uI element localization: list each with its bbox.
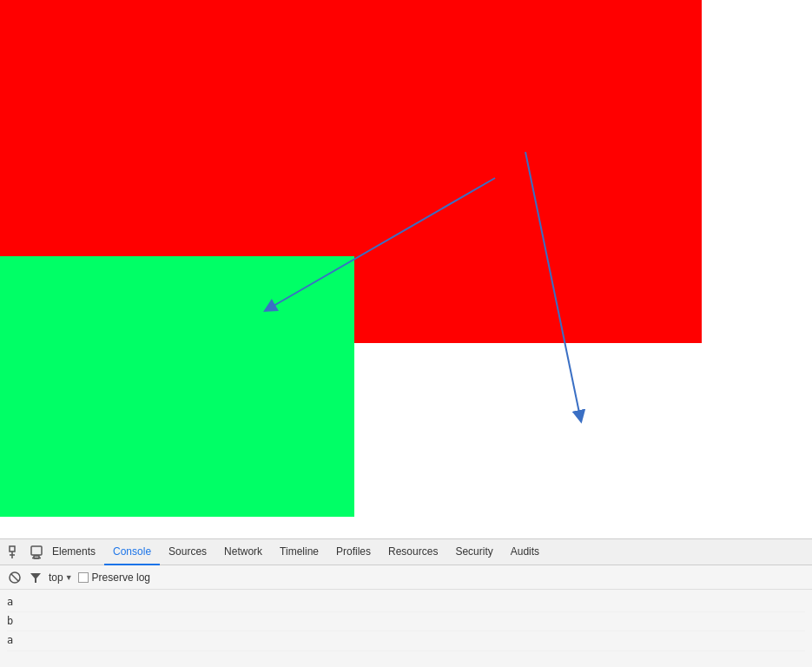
svg-marker-10 (30, 573, 41, 583)
preserve-log-label: Preserve log (92, 571, 150, 584)
clear-console-icon[interactable] (7, 570, 23, 585)
devtools-tab-bar: Elements Console Sources Network Timelin… (0, 539, 812, 565)
devtools-icon-bar (0, 539, 45, 565)
main-viewport (0, 0, 812, 538)
console-line-1: a (7, 593, 805, 612)
preserve-log-wrap: Preserve log (78, 571, 150, 584)
console-line-3-text: a (7, 632, 13, 649)
console-line-2-text: b (7, 613, 13, 630)
inspect-icon[interactable] (7, 544, 24, 561)
tab-sources[interactable]: Sources (160, 539, 215, 565)
console-line-2: b (7, 612, 805, 631)
tab-network[interactable]: Network (215, 539, 271, 565)
svg-line-9 (11, 574, 18, 581)
console-toolbar: top ▼ Preserve log (0, 565, 812, 590)
context-dropdown-arrow: ▼ (65, 573, 73, 582)
tab-timeline[interactable]: Timeline (271, 539, 327, 565)
svg-rect-2 (10, 546, 15, 551)
preserve-log-checkbox[interactable] (78, 572, 89, 583)
devtools-panel: Elements Console Sources Network Timelin… (0, 538, 812, 667)
filter-icon[interactable] (28, 570, 43, 585)
svg-rect-5 (31, 546, 42, 555)
console-line-1-text: a (7, 594, 13, 611)
tab-security[interactable]: Security (446, 539, 501, 565)
device-icon[interactable] (28, 544, 45, 561)
context-label: top (49, 571, 63, 584)
tab-resources[interactable]: Resources (380, 539, 446, 565)
green-rectangle (0, 256, 354, 517)
tab-profiles[interactable]: Profiles (327, 539, 380, 565)
console-output: a b a (0, 590, 812, 655)
tab-elements[interactable]: Elements (43, 539, 104, 565)
tab-audits[interactable]: Audits (502, 539, 548, 565)
console-line-3: a (7, 631, 805, 650)
tab-console[interactable]: Console (104, 539, 160, 565)
context-selector[interactable]: top ▼ (49, 571, 73, 584)
